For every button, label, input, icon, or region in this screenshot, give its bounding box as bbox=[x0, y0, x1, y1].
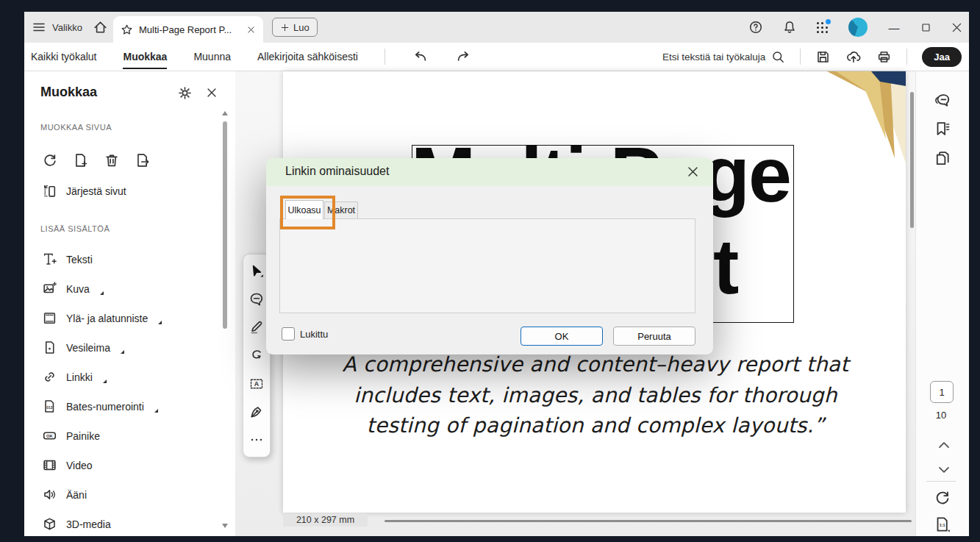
acrobat-window: Valikko Multi-Page Report P... Luo — bbox=[24, 12, 969, 536]
user-avatar[interactable] bbox=[848, 18, 868, 37]
bates-numbering-icon: 012 bbox=[42, 399, 57, 414]
apps-grid-icon[interactable] bbox=[816, 21, 829, 34]
previous-page-chevron-icon[interactable] bbox=[935, 436, 953, 454]
comments-panel-icon[interactable] bbox=[934, 92, 951, 110]
quote-selected-word[interactable]: images bbox=[501, 383, 577, 407]
panel-scrollbar[interactable] bbox=[222, 108, 228, 531]
locked-checkbox[interactable] bbox=[282, 327, 295, 340]
submenu-caret bbox=[121, 350, 124, 354]
bottom-strip bbox=[235, 527, 915, 536]
redo-icon[interactable] bbox=[455, 49, 472, 65]
help-icon[interactable] bbox=[748, 20, 763, 35]
delete-page-icon[interactable] bbox=[104, 152, 120, 168]
share-button[interactable]: Jaa bbox=[922, 47, 962, 67]
audio-item[interactable]: Ääni bbox=[42, 487, 87, 502]
ok-button[interactable]: OK bbox=[521, 327, 603, 346]
item-label: Bates-numerointi bbox=[66, 401, 144, 413]
item-label: Ääni bbox=[66, 489, 87, 501]
link-item[interactable]: Linkki bbox=[42, 369, 107, 385]
organize-pages-item[interactable]: Järjestä sivut bbox=[42, 183, 126, 199]
item-label: 3D-media bbox=[66, 518, 111, 530]
svg-text:OK: OK bbox=[46, 434, 54, 438]
current-page-input[interactable]: 1 bbox=[930, 381, 954, 403]
total-pages-label: 10 bbox=[916, 410, 966, 421]
button-item[interactable]: OK Painike bbox=[42, 428, 100, 443]
hamburger-icon bbox=[32, 20, 46, 35]
upload-cloud-icon[interactable] bbox=[845, 49, 862, 65]
actual-size-icon[interactable]: 1:1 bbox=[934, 516, 951, 533]
add-text-box-tool-icon[interactable]: A bbox=[248, 376, 265, 392]
document-quote: A comprehensive and content–heavy report… bbox=[301, 349, 890, 441]
locked-label: Lukittu bbox=[300, 329, 328, 340]
rotate-view-icon[interactable] bbox=[934, 489, 951, 507]
scroll-down-arrow[interactable] bbox=[222, 524, 228, 528]
plus-icon bbox=[280, 23, 290, 32]
dialog-close-icon[interactable] bbox=[686, 165, 700, 179]
rotate-page-icon[interactable] bbox=[42, 152, 58, 168]
item-label: Painike bbox=[66, 430, 100, 442]
add-image-icon bbox=[42, 281, 57, 296]
panel-title: Muokkaa bbox=[40, 85, 97, 100]
fill-sign-tool-icon[interactable] bbox=[248, 404, 265, 420]
media-3d-item[interactable]: 3D-media bbox=[42, 516, 111, 532]
header-footer-item[interactable]: Ylä- ja alatunniste bbox=[42, 310, 162, 326]
highlight-pencil-tool-icon[interactable] bbox=[248, 319, 265, 335]
comment-tool-icon[interactable] bbox=[248, 291, 265, 307]
scroll-up-arrow[interactable] bbox=[222, 111, 228, 115]
add-image-item[interactable]: Kuva bbox=[42, 281, 104, 296]
item-label: Kuva bbox=[66, 283, 90, 295]
cancel-button[interactable]: Peruuta bbox=[613, 327, 695, 346]
select-tool-icon[interactable] bbox=[248, 263, 265, 279]
create-button[interactable]: Luo bbox=[272, 18, 318, 37]
svg-text:012: 012 bbox=[46, 406, 52, 410]
main-toolbar: Kaikki työkalut Muokkaa Muunna Allekirjo… bbox=[24, 43, 969, 71]
video-item[interactable]: Video bbox=[42, 457, 93, 473]
panel-close-icon[interactable] bbox=[205, 86, 218, 99]
create-label: Luo bbox=[293, 22, 310, 33]
link-properties-dialog: Linkin ominaisuudet Ulkoasu Makrot Linki… bbox=[266, 158, 713, 354]
more-tools-icon[interactable] bbox=[248, 432, 265, 448]
dialog-title: Linkin ominaisuudet bbox=[285, 165, 389, 178]
orange-highlight-annotation bbox=[280, 196, 335, 229]
insert-page-icon[interactable] bbox=[73, 152, 89, 168]
window-close-button[interactable] bbox=[951, 21, 963, 34]
document-tab[interactable]: Multi-Page Report P... bbox=[113, 16, 263, 43]
print-icon[interactable] bbox=[876, 49, 892, 65]
search-input[interactable]: Etsi tekstiä tai työkaluja bbox=[662, 50, 785, 64]
submenu-caret bbox=[154, 409, 158, 413]
vertical-scrollbar[interactable] bbox=[910, 92, 914, 228]
window-minimize-button[interactable]: — bbox=[887, 21, 901, 34]
tab-convert[interactable]: Muunna bbox=[193, 51, 231, 63]
star-icon[interactable] bbox=[121, 24, 133, 36]
save-icon[interactable] bbox=[815, 49, 831, 65]
toolbar-divider bbox=[906, 49, 907, 65]
add-text-item[interactable]: Teksti bbox=[42, 252, 93, 267]
tab-all-tools[interactable]: Kaikki työkalut bbox=[31, 51, 96, 63]
window-maximize-button[interactable] bbox=[920, 22, 931, 33]
page-size-label: 210 x 297 mm bbox=[283, 513, 368, 527]
page-thumbnails-icon[interactable] bbox=[934, 149, 951, 167]
dialog-header: Linkin ominaisuudet bbox=[266, 158, 713, 186]
extract-page-icon[interactable] bbox=[135, 152, 151, 168]
undo-icon[interactable] bbox=[412, 49, 429, 65]
scrollbar-thumb[interactable] bbox=[223, 121, 227, 329]
search-placeholder: Etsi tekstiä tai työkaluja bbox=[662, 51, 765, 63]
app-menu-button[interactable]: Valikko bbox=[32, 20, 82, 35]
watermark-item[interactable]: Vesileima bbox=[42, 340, 124, 355]
tab-close-icon[interactable] bbox=[246, 25, 256, 35]
gear-icon[interactable] bbox=[177, 85, 193, 101]
tab-edit[interactable]: Muokkaa bbox=[123, 51, 167, 63]
search-icon[interactable] bbox=[771, 50, 785, 64]
next-page-chevron-icon[interactable] bbox=[935, 461, 953, 479]
submenu-caret bbox=[158, 321, 162, 324]
notifications-bell-icon[interactable] bbox=[782, 20, 797, 35]
tab-esign[interactable]: Allekirjoita sähköisesti bbox=[257, 51, 358, 63]
draw-tool-icon[interactable] bbox=[248, 347, 265, 363]
home-icon[interactable] bbox=[93, 20, 108, 35]
bookmarks-panel-icon[interactable] bbox=[934, 120, 951, 138]
document-heading-fragment: t bbox=[713, 227, 739, 305]
toolbar-divider bbox=[800, 49, 801, 65]
button-ok-icon: OK bbox=[42, 428, 57, 443]
bates-numbering-item[interactable]: 012 Bates-numerointi bbox=[42, 399, 158, 414]
horizontal-scrollbar[interactable] bbox=[385, 520, 912, 522]
